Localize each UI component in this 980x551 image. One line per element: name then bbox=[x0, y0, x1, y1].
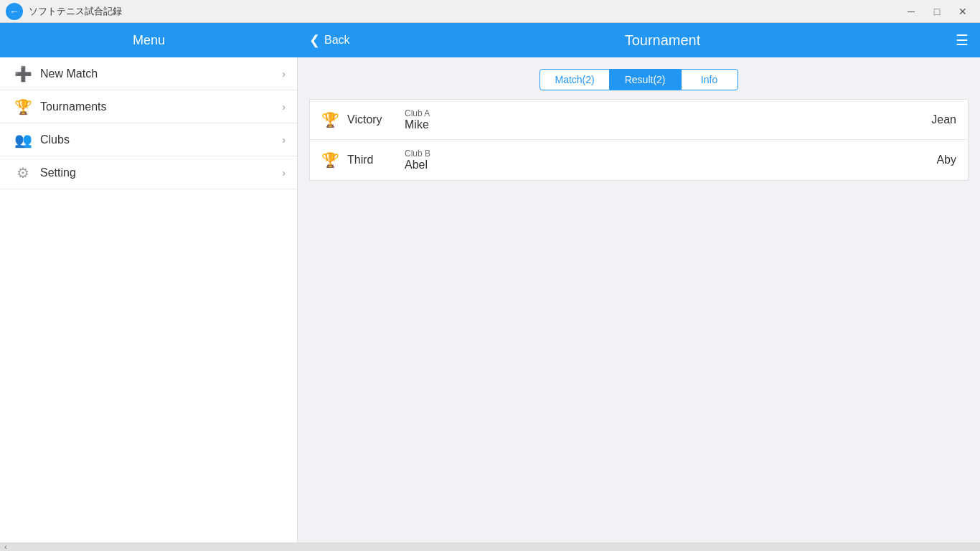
sidebar-label-tournaments: Tournaments bbox=[40, 100, 282, 113]
sidebar-item-clubs[interactable]: 👥 Clubs › bbox=[0, 123, 297, 156]
sidebar-item-new-match[interactable]: ➕ New Match › bbox=[0, 57, 297, 90]
back-section[interactable]: ❮ Back bbox=[298, 32, 369, 48]
arrow-right-icon: › bbox=[282, 68, 286, 80]
arrow-right-icon: › bbox=[282, 134, 286, 146]
result-opponent-aby: Aby bbox=[885, 154, 956, 166]
maximize-button[interactable]: □ bbox=[925, 1, 948, 22]
scroll-left-arrow[interactable]: ‹ bbox=[0, 542, 11, 551]
third-trophy-icon: 🏆 bbox=[321, 151, 341, 169]
result-player-abel: Abel bbox=[405, 159, 885, 171]
title-bar-left: ← ソフトテニス試合記録 bbox=[6, 3, 122, 20]
title-bar: ← ソフトテニス試合記録 ─ □ ✕ bbox=[0, 0, 980, 23]
result-opponent-jean: Jean bbox=[885, 113, 956, 126]
page-title: Tournament bbox=[369, 32, 956, 49]
close-button[interactable]: ✕ bbox=[951, 1, 974, 22]
tabs-container: Match(2) Result(2) Info bbox=[298, 57, 980, 99]
result-place-third: Third bbox=[347, 154, 405, 166]
result-row-victory: 🏆 Victory Club A Mike Jean bbox=[310, 100, 968, 140]
result-club-b-label: Club B bbox=[405, 149, 885, 159]
title-bar-back-button[interactable]: ← bbox=[6, 3, 23, 20]
result-club-section-third: Club B Abel bbox=[405, 149, 885, 171]
result-club-a-label: Club A bbox=[405, 108, 885, 118]
app-title: ソフトテニス試合記録 bbox=[29, 5, 122, 18]
results-container: 🏆 Victory Club A Mike Jean 🏆 Third C bbox=[298, 99, 980, 542]
trophy-icon: 🏆 bbox=[11, 95, 34, 118]
tab-match[interactable]: Match(2) bbox=[540, 69, 609, 90]
sidebar-label-clubs: Clubs bbox=[40, 133, 282, 146]
result-place-victory: Victory bbox=[347, 113, 405, 126]
sidebar-item-setting[interactable]: ⚙ Setting › bbox=[0, 156, 297, 189]
tab-info[interactable]: Info bbox=[681, 69, 738, 90]
nav-bar: Menu ❮ Back Tournament ☰ bbox=[0, 23, 980, 57]
tab-result[interactable]: Result(2) bbox=[610, 69, 681, 90]
right-panel: Match(2) Result(2) Info 🏆 Victory Club A… bbox=[298, 57, 980, 542]
arrow-right-icon: › bbox=[282, 167, 286, 179]
hamburger-menu-icon[interactable]: ☰ bbox=[956, 32, 980, 49]
sidebar-label-new-match: New Match bbox=[40, 67, 282, 80]
minimize-button[interactable]: ─ bbox=[900, 1, 923, 22]
sidebar-label-setting: Setting bbox=[40, 166, 282, 179]
arrow-right-icon: › bbox=[282, 101, 286, 113]
menu-label: Menu bbox=[0, 33, 298, 48]
sidebar-item-tournaments[interactable]: 🏆 Tournaments › bbox=[0, 90, 297, 123]
result-row-third: 🏆 Third Club B Abel Aby bbox=[310, 140, 968, 180]
plus-icon: ➕ bbox=[11, 62, 34, 85]
app-container: Menu ❮ Back Tournament ☰ ➕ New Match › 🏆… bbox=[0, 23, 980, 551]
title-bar-controls: ─ □ ✕ bbox=[900, 1, 974, 22]
main-content: ➕ New Match › 🏆 Tournaments › 👥 Clubs › … bbox=[0, 57, 980, 542]
gear-icon: ⚙ bbox=[11, 161, 34, 184]
result-card: 🏆 Victory Club A Mike Jean 🏆 Third C bbox=[309, 99, 969, 181]
clubs-icon: 👥 bbox=[11, 128, 34, 151]
back-chevron-icon: ❮ bbox=[309, 32, 320, 48]
back-label: Back bbox=[324, 34, 350, 47]
bottom-scrollbar[interactable]: ‹ bbox=[0, 542, 980, 551]
result-player-mike: Mike bbox=[405, 118, 885, 131]
victory-trophy-icon: 🏆 bbox=[321, 111, 341, 128]
sidebar: ➕ New Match › 🏆 Tournaments › 👥 Clubs › … bbox=[0, 57, 298, 542]
back-arrow-icon: ← bbox=[9, 6, 19, 17]
result-club-section-victory: Club A Mike bbox=[405, 108, 885, 131]
